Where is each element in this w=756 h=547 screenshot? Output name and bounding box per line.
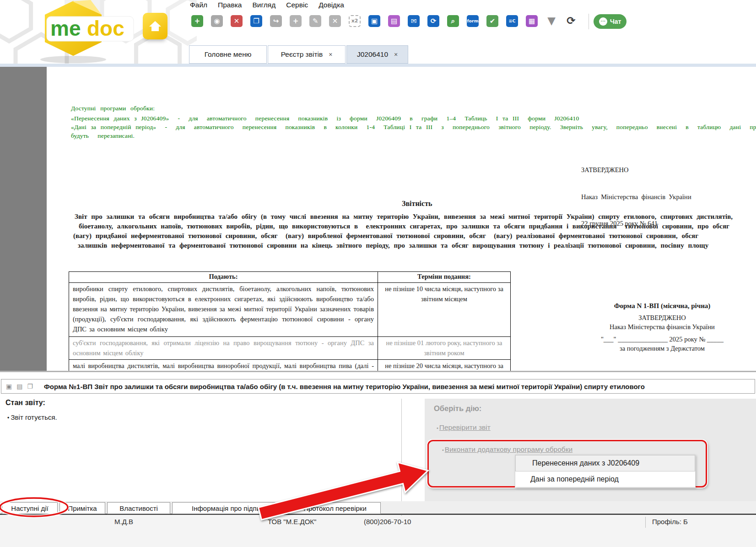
tab-j0206410[interactable]: J0206410 × xyxy=(346,45,408,64)
save-small-icon[interactable]: ▣ xyxy=(6,383,12,390)
save-icon[interactable]: ▣ xyxy=(368,15,380,27)
logo-doc-text: doc xyxy=(87,16,124,40)
run-extra-program-link[interactable]: Виконати додаткову програму обробки xyxy=(442,445,572,454)
tab-label: Головне меню xyxy=(205,50,252,59)
table-cell-term: не пізніше 10 числа місяця, наступного з… xyxy=(378,283,511,337)
table-row: суб'єкти господарювання, які отримали лі… xyxy=(69,337,511,360)
menu-view[interactable]: Вигляд xyxy=(252,1,275,9)
filter-icon[interactable]: ▼ xyxy=(545,15,557,27)
tab-bar: Головне меню Реєстр звітів × J0206410 × xyxy=(189,45,409,64)
form-block-line: Наказ Міністерства фінансів України xyxy=(578,322,747,331)
table-cell-who: суб'єкти господарювання, які отримали лі… xyxy=(69,337,378,360)
new-report-icon[interactable]: + xyxy=(191,15,203,27)
status-phone: (800)206-70-10 xyxy=(364,518,411,525)
home-icon xyxy=(148,19,162,33)
submission-table: Подають: Терміни подання: виробники спир… xyxy=(69,271,511,371)
tabbar-underline xyxy=(0,64,756,67)
table-cell-who: малі виробництва дистилятів, малі виробн… xyxy=(69,360,378,371)
duplicate-x2-icon[interactable]: x2 xyxy=(349,15,361,27)
medoc-window: me doc Файл Правка Вигляд Сервіс Довідка xyxy=(0,0,756,547)
approved-line: ЗАТВЕРДЖЕНО xyxy=(581,166,691,175)
refresh-list-icon[interactable]: ≡C xyxy=(506,15,518,27)
copy-small-icon[interactable]: ❐ xyxy=(27,383,33,390)
menu-service[interactable]: Сервіс xyxy=(286,1,308,9)
form-block-line: "___" _______________ 2025 року № _____ xyxy=(578,335,747,344)
table-cell-who: виробники спирту етилового, спиртових ди… xyxy=(69,283,378,337)
tab-main-menu[interactable]: Головне меню xyxy=(189,45,267,64)
add-record-icon[interactable]: + xyxy=(290,15,302,27)
table-cell-term: не пізніше 01 лютого року, наступного за… xyxy=(378,337,511,360)
close-icon[interactable]: × xyxy=(394,51,398,58)
processing-note-line: будуть перезаписані. xyxy=(71,132,135,140)
status-profile: Профіль: Б xyxy=(652,518,688,525)
tab-note[interactable]: Примітка xyxy=(59,502,105,514)
table-header-who: Подають: xyxy=(69,272,378,283)
menu-item-previous-period[interactable]: Дані за попередній період xyxy=(515,471,695,487)
search-doc-icon[interactable]: ⌕ xyxy=(447,15,459,27)
menu-help[interactable]: Довідка xyxy=(319,1,344,9)
print-icon[interactable]: ▤ xyxy=(388,15,400,27)
tab-signature-info[interactable]: Інформація про підписи xyxy=(172,502,287,514)
report-description-line: (вагу) придбаної неферментованої тютюнов… xyxy=(73,232,698,240)
chat-label: Чат xyxy=(610,18,621,25)
choose-action-panel: Оберіть дію: Перевірити звіт Виконати до… xyxy=(425,399,756,501)
export-icon[interactable]: ↪ xyxy=(270,15,282,27)
menu-item-transfer-j0206409[interactable]: Перенесення даних з J0206409 xyxy=(515,455,695,471)
form-icon[interactable]: form xyxy=(467,15,479,27)
status-text: М.Д.В xyxy=(114,518,133,525)
page-margin xyxy=(0,67,47,371)
report-state-value: Звіт готується. xyxy=(7,413,57,421)
close-icon[interactable]: × xyxy=(329,51,332,58)
chat-bubble-icon: ··· xyxy=(599,17,607,26)
bottom-tab-strip: Наступні дії Примітка Властивості Інформ… xyxy=(0,501,756,515)
toolbar: + ◉ ✕ ❐ ↪ + ✎ ✕ x2 ▣ ▤ ✉ xyxy=(191,15,577,27)
toolbar-divider xyxy=(589,14,589,29)
processing-note-line: «Перенесення даних з J0206409» - для авт… xyxy=(71,115,579,122)
table-icon[interactable]: ▦ xyxy=(526,15,538,27)
approved-block: ЗАТВЕРДЖЕНО Наказ Міністерства фінансів … xyxy=(581,148,691,246)
document-viewport: Доступні програми обробки: «Перенесення … xyxy=(0,67,756,371)
report-description-line: Звіт про залишки та обсяги виробництва т… xyxy=(75,213,733,221)
tab-verification-protocol[interactable]: Протокол перевірки xyxy=(289,502,381,514)
logo-me-text: me xyxy=(50,16,81,40)
menu-edit[interactable]: Правка xyxy=(218,1,242,9)
approved-line: Наказ Міністерства фінансів України xyxy=(581,193,691,202)
menu-file[interactable]: Файл xyxy=(190,1,207,9)
panel-title: Форма №1-ВП Звіт про залишки та обсяги в… xyxy=(44,383,645,390)
verify-icon[interactable]: ✔ xyxy=(486,15,498,27)
copy-report-icon[interactable]: ❐ xyxy=(250,15,262,27)
report-description-line: біоетанолу, алкогольних напоїв, тютюнови… xyxy=(79,222,729,230)
tab-label: J0206410 xyxy=(357,50,388,59)
next-actions-panel: ▣ ▤ ❐ Форма №1-ВП Звіт про залишки та об… xyxy=(0,371,756,547)
form-block-line: ЗАТВЕРДЖЕНО xyxy=(578,313,747,322)
choose-action-title: Оберіть дію: xyxy=(434,404,481,413)
report-title: Звітність xyxy=(402,200,432,208)
table-row: малі виробництва дистилятів, малі виробн… xyxy=(69,360,511,371)
home-button[interactable] xyxy=(143,13,167,39)
processing-note-line: «Дані за попередній період» - для автома… xyxy=(71,124,756,131)
processing-note-line: Доступні програми обробки: xyxy=(71,105,155,112)
sync-icon[interactable]: ⟳ xyxy=(565,15,577,27)
form-block-line: Форма N 1-ВП (місячна, річна) xyxy=(578,301,747,310)
report-state-label: Стан звіту: xyxy=(5,399,45,407)
mail-import-icon[interactable]: ✉ xyxy=(408,15,420,27)
menu-bar: Файл Правка Вигляд Сервіс Довідка xyxy=(190,1,344,9)
delete-report-icon[interactable]: ✕ xyxy=(231,15,243,27)
mail-exchange-icon[interactable]: ⟳ xyxy=(427,15,439,27)
edit-record-icon[interactable]: ✎ xyxy=(309,15,321,27)
table-cell-term: не пізніше 20 числа місяця, наступного з… xyxy=(378,360,511,371)
tab-label: Реєстр звітів xyxy=(281,50,323,59)
panel-title-bar: ▣ ▤ ❐ Форма №1-ВП Звіт про залишки та об… xyxy=(1,379,755,394)
status-company: ТОВ "М.Е.ДОК" xyxy=(268,518,316,525)
table-header-term: Терміни подання: xyxy=(378,272,511,283)
form-number-block: Форма N 1-ВП (місячна, річна) ЗАТВЕРДЖЕН… xyxy=(578,301,747,353)
tab-report-registry[interactable]: Реєстр звітів × xyxy=(268,45,346,64)
tab-properties[interactable]: Властивості xyxy=(107,502,170,514)
check-report-link[interactable]: Перевірити звіт xyxy=(437,423,491,432)
form-block-line: за погодженням з Держстатом xyxy=(578,344,747,353)
tab-next-actions[interactable]: Наступні дії xyxy=(2,502,58,514)
chat-button[interactable]: ··· Чат xyxy=(594,14,626,29)
delete-record-icon[interactable]: ✕ xyxy=(329,15,341,27)
print-small-icon[interactable]: ▤ xyxy=(16,383,22,390)
view-report-icon[interactable]: ◉ xyxy=(211,15,223,27)
